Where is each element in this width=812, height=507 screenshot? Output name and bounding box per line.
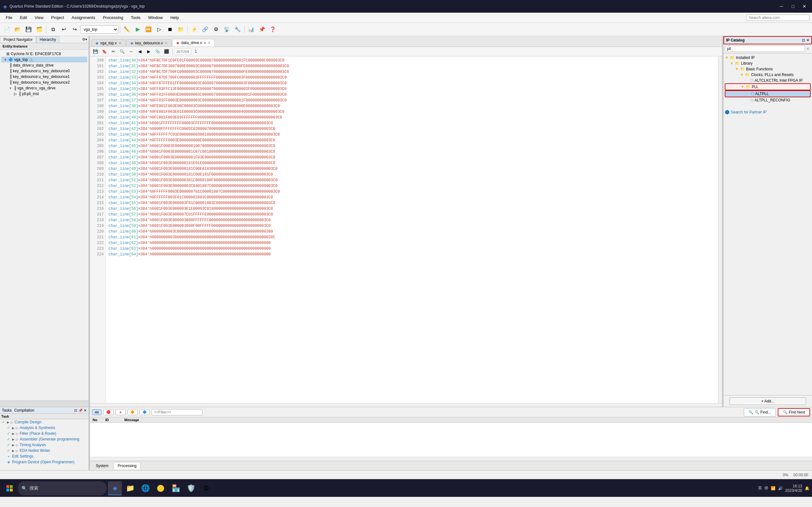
- tool-btn[interactable]: 🔧: [233, 25, 243, 34]
- ip-clocks-plls[interactable]: ▼ 📁 Clocks; PLLs and Resets: [725, 72, 811, 78]
- task-es-label[interactable]: Edit Settings: [12, 454, 33, 458]
- filter-all-btn[interactable]: All: [92, 409, 101, 415]
- ip-search-clear[interactable]: ✕: [805, 47, 811, 51]
- help-btn[interactable]: ❓: [268, 25, 278, 34]
- tasks-btn2[interactable]: 📌: [78, 408, 83, 412]
- taskbar-extra-btn[interactable]: ⚙: [199, 481, 213, 495]
- task-eda-label[interactable]: EDA Netlist Writer: [20, 448, 50, 453]
- taskbar-folder-btn[interactable]: 📁: [123, 481, 137, 495]
- entity-dropdown[interactable]: vga_top: [80, 25, 118, 34]
- task-as-label[interactable]: Analysis & Synthesis: [20, 426, 55, 430]
- pin-btn[interactable]: 📌: [257, 25, 267, 34]
- pgm-btn[interactable]: 📡: [222, 25, 232, 34]
- menu-view[interactable]: View: [32, 14, 47, 21]
- messages-content[interactable]: [90, 423, 812, 457]
- tasks-btn3[interactable]: ✕: [84, 408, 87, 412]
- windows-start-button[interactable]: [3, 481, 16, 495]
- tree-data-drive[interactable]: ▐ data_drive:u_data_drive: [1, 62, 87, 68]
- redo-button[interactable]: ↪: [69, 25, 80, 34]
- ed-replace-btn[interactable]: ↔: [127, 48, 135, 55]
- task-fitter[interactable]: ✓ ▶ ▷ Fitter (Place & Route): [0, 431, 89, 436]
- menu-edit[interactable]: Edit: [17, 14, 30, 21]
- ed-save-btn[interactable]: 💾: [91, 48, 100, 55]
- tree-pll[interactable]: ▷ ▐ pll:pll_inst: [1, 91, 87, 97]
- msg-h-scroll[interactable]: [90, 457, 812, 461]
- task-program-device[interactable]: ◈ Program Device (Open Programmer): [0, 459, 89, 465]
- task-analysis-synthesis[interactable]: ✓ ▶ ▷ Analysis & Synthesis: [0, 425, 89, 431]
- ip-altpll-reconfig[interactable]: ⬡ ALTPLL_RECONFIG: [725, 97, 811, 103]
- search-altera-input[interactable]: [746, 14, 809, 21]
- undo-button[interactable]: ↩: [59, 25, 69, 34]
- open-file-button[interactable]: 📂: [13, 25, 23, 34]
- menu-tools[interactable]: Tools: [128, 14, 144, 21]
- sim-btn[interactable]: ⚙: [211, 25, 221, 34]
- task-edit-settings[interactable]: ▪ Edit Settings: [0, 453, 89, 459]
- find-button[interactable]: 🔍 🔍 Find...: [744, 408, 776, 416]
- copy-button[interactable]: ⧉: [48, 25, 58, 34]
- start-btn[interactable]: ⏩: [143, 25, 154, 34]
- file-tab-key-debounce[interactable]: ◆ key_debounce.v ✕: [126, 39, 171, 47]
- taskbar-datetime[interactable]: 16:13 2023/4/20: [785, 484, 802, 493]
- close-vga-tab[interactable]: ✕: [119, 41, 121, 45]
- code-content[interactable]: char_line[ 30] = 384'h0FBC7DF1E0FE01F000…: [106, 56, 718, 403]
- ip-search-partner[interactable]: 🔵 Search for Partner IP: [725, 109, 811, 115]
- close-button[interactable]: ✕: [800, 2, 809, 11]
- filter-info-btn[interactable]: 🔶: [128, 409, 138, 415]
- ip-pll-folder[interactable]: ▼ 📁 PLL: [725, 83, 811, 90]
- file-tab-vga-top[interactable]: ◆ vga_top.v ✕: [91, 39, 125, 47]
- filter-warn-btn[interactable]: 🔺: [115, 409, 125, 415]
- save-button[interactable]: 💾: [23, 25, 34, 34]
- code-editor[interactable]: 190 191 192 193 194 195 196 197 198 199 …: [90, 56, 722, 403]
- filter-note-btn[interactable]: 🔷: [140, 409, 150, 415]
- ed-jump-btn[interactable]: ⤵: [192, 48, 200, 55]
- task-eda[interactable]: ✓ ▶ ▷ EDA Netlist Writer: [0, 448, 89, 453]
- tab-hierarchy[interactable]: Hierarchy: [36, 36, 59, 43]
- task-timing[interactable]: ✓ ▶ ▷ Timing Analysis: [0, 442, 89, 448]
- ip-library[interactable]: ▼ 📁 Library: [725, 60, 811, 66]
- ed-next-btn[interactable]: ▶: [145, 48, 153, 55]
- ed-split-btn[interactable]: ⬛: [162, 48, 171, 55]
- taskbar-lang1[interactable]: 英: [758, 486, 762, 491]
- menu-file[interactable]: File: [3, 14, 15, 21]
- ip-search-input[interactable]: pll: [725, 46, 805, 52]
- task-assembler[interactable]: ✓ ▶ ▷ Assembler (Generate programming: [0, 436, 89, 442]
- taskbar-store-btn[interactable]: 🏪: [169, 481, 183, 495]
- editor-scrollbar[interactable]: [718, 56, 722, 403]
- menu-processing[interactable]: Processing: [100, 14, 126, 21]
- filter-error-btn[interactable]: 🔴: [103, 409, 113, 415]
- taskbar-notification-btn[interactable]: 🔔: [805, 486, 809, 491]
- task-pd-label[interactable]: Program Device (Open Programmer): [12, 460, 74, 464]
- task-compile-design[interactable]: ✓ ▶ ▷ Compile Design: [0, 419, 89, 425]
- stop-btn[interactable]: ⏹: [165, 25, 175, 34]
- task-timing-label[interactable]: Timing Analysis: [20, 443, 46, 447]
- tasks-btn1[interactable]: ⊡: [74, 408, 77, 412]
- ip-basic-functions[interactable]: ▼ 📁 Basic Functions: [725, 66, 811, 72]
- tree-vga-top[interactable]: ▼ 🔷 vga_top ⚓: [1, 57, 87, 62]
- ed-cut-btn[interactable]: ✂: [109, 48, 117, 55]
- tab-project-navigator[interactable]: Project Navigator: [0, 36, 36, 43]
- close-data-tab[interactable]: ✕: [208, 41, 211, 45]
- taskbar-chrome-btn[interactable]: 🟡: [154, 481, 167, 495]
- taskbar-edge-btn[interactable]: 🌐: [138, 481, 152, 495]
- ip-installed-ip[interactable]: ▼ 📁 Installed IP: [725, 55, 811, 60]
- menu-help[interactable]: Help: [167, 14, 182, 21]
- ed-bookmark-btn[interactable]: 🔖: [100, 48, 108, 55]
- file-tab-data-drive[interactable]: ◆ data_drive.v ● ✕: [172, 39, 215, 47]
- tree-vga-dirve[interactable]: ▼ ▐ vga_dirve:u_vga_dirve: [1, 85, 87, 91]
- ip-altpll[interactable]: ⬡ ALTPLL: [725, 90, 811, 97]
- ip-panel-btn1[interactable]: ⊡: [802, 38, 805, 43]
- analyze-btn[interactable]: ▷: [154, 25, 164, 34]
- tree-key-deb1[interactable]: ▐ key_debounce:u_key_debounce1: [1, 74, 87, 79]
- menu-assignments[interactable]: Assignments: [68, 14, 98, 21]
- tree-key-deb2[interactable]: ▐ key_debounce:u_key_debounce2: [1, 79, 87, 85]
- ip-add-button[interactable]: + Add...: [729, 397, 806, 405]
- ed-search-btn[interactable]: 🔍: [118, 48, 126, 55]
- panel-options-btn[interactable]: ⚙▾: [81, 36, 89, 43]
- netlist-btn[interactable]: ⚡: [189, 25, 200, 34]
- taskbar-quartus-btn[interactable]: ◈: [108, 481, 122, 495]
- edit-btn1[interactable]: ✏️: [122, 25, 132, 34]
- taskbar-search-btn[interactable]: 🔍 搜索: [18, 481, 107, 495]
- tab-system[interactable]: System: [92, 462, 112, 469]
- taskbar-lang2[interactable]: 拼: [764, 486, 768, 491]
- taskbar-shield-btn[interactable]: 🛡️: [184, 481, 198, 495]
